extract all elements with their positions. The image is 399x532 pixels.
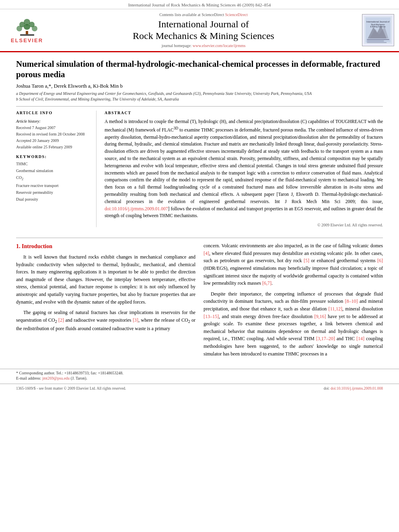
svg-text:& Mining Sciences: & Mining Sciences bbox=[370, 26, 386, 28]
body-col1-p2: The gaping or sealing of natural fractur… bbox=[16, 309, 195, 332]
ref-3[interactable]: [3] bbox=[133, 317, 138, 323]
elsevier-logo-area: ELSEVIER bbox=[5, 16, 49, 43]
article-title-section: Numerical simulation of thermal-hydrolog… bbox=[16, 59, 383, 103]
keyword-fracture: Fracture reactive transport bbox=[16, 182, 90, 189]
body-two-column: 1. Introduction It is well known that fr… bbox=[16, 242, 383, 361]
abstract-text: A method is introduced to couple the the… bbox=[105, 118, 383, 220]
footer-doi-link[interactable]: doi:10.1016/j.ijrmms.2009.01.008 bbox=[331, 386, 383, 390]
article-authors: Joshua Taron a,*, Derek Elsworth a, Ki-B… bbox=[16, 83, 383, 89]
keyword-co2: CO2 bbox=[16, 174, 90, 182]
journal-header: ELSEVIER Contents lists available at Sci… bbox=[0, 9, 399, 52]
svg-rect-14 bbox=[367, 41, 384, 41]
email-link[interactable]: jmt269@psu.edu bbox=[42, 376, 70, 380]
ref-1112[interactable]: [11,12] bbox=[328, 306, 342, 312]
article-title: Numerical simulation of thermal-hydrolog… bbox=[16, 59, 383, 80]
footer-doi: doi: doi:10.1016/j.ijrmms.2009.01.008 bbox=[324, 386, 383, 390]
keyword-dual-porosity: Dual porosity bbox=[16, 196, 90, 203]
svg-point-6 bbox=[32, 26, 37, 31]
journal-url[interactable]: www.elsevier.com/locate/ijrmms bbox=[193, 43, 246, 48]
divider-1 bbox=[16, 106, 383, 107]
available-date: Available online 25 February 2009 bbox=[16, 144, 90, 150]
elsevier-tree-icon bbox=[8, 16, 46, 37]
svg-rect-15 bbox=[367, 42, 387, 43]
journal-title-area: Contents lists available at ScienceDirec… bbox=[49, 12, 358, 48]
ref-14[interactable]: [14] bbox=[356, 336, 364, 341]
sciencedirect-link[interactable]: ScienceDirect bbox=[225, 12, 248, 17]
top-bar: International Journal of Rock Mechanics … bbox=[0, 0, 399, 9]
ref-4[interactable]: [4] bbox=[204, 251, 209, 256]
article-info-abstract-area: ARTICLE INFO Article history: Received 7… bbox=[16, 111, 383, 227]
elsevier-text: ELSEVIER bbox=[11, 37, 43, 43]
ref-2[interactable]: [2] bbox=[58, 317, 64, 323]
ref-67[interactable]: [6,7] bbox=[262, 280, 271, 286]
footer-issn: 1365-1609/$ - see front matter © 2009 El… bbox=[16, 386, 126, 390]
svg-point-5 bbox=[24, 24, 30, 30]
body-col-left: 1. Introduction It is well known that fr… bbox=[16, 242, 195, 361]
footnote-star: * Corresponding author. Tel.: +181486397… bbox=[16, 371, 383, 375]
ref-810[interactable]: [8–10] bbox=[345, 298, 358, 304]
article-info-heading: ARTICLE INFO bbox=[16, 111, 90, 115]
article-history: Article history: Received 7 August 2007 … bbox=[16, 118, 90, 150]
body-content: 1. Introduction It is well known that fr… bbox=[0, 238, 399, 369]
journal-citation: International Journal of Rock Mechanics … bbox=[128, 2, 271, 7]
ref-916[interactable]: [9,16] bbox=[315, 314, 326, 319]
body-col2-p1: concern. Volcanic environments are also … bbox=[204, 242, 383, 287]
svg-text:Rock Mechanics: Rock Mechanics bbox=[371, 24, 385, 26]
svg-point-4 bbox=[16, 26, 22, 31]
divider-2 bbox=[16, 238, 383, 238]
journal-logo-right-area: International Journal of Rock Mechanics … bbox=[358, 14, 394, 46]
received-revised-date: Received in revised form 28 October 2008 bbox=[16, 131, 90, 138]
ref-1315[interactable]: [13–15] bbox=[204, 314, 219, 319]
abstract-heading: ABSTRACT bbox=[105, 111, 383, 115]
svg-rect-13 bbox=[367, 39, 389, 40]
history-label: Article history: bbox=[16, 118, 90, 125]
body-col1-p1: It is well known that fractured rocks ex… bbox=[16, 253, 195, 306]
received-date: Received 7 August 2007 bbox=[16, 125, 90, 131]
journal-cover-icon: International Journal of Rock Mechanics … bbox=[364, 15, 392, 45]
doi-link[interactable]: doi:10.1016/j.ijrmms.2009.01.007 bbox=[105, 206, 168, 211]
footnote-area: * Corresponding author. Tel.: +181486397… bbox=[0, 369, 399, 384]
abstract-column: ABSTRACT A method is introduced to coupl… bbox=[105, 111, 383, 227]
keywords-section: Keywords: THMC Geothermal simulation CO2… bbox=[16, 154, 90, 203]
article-affiliations: a Department of Energy and Mineral Engin… bbox=[16, 91, 383, 102]
sciencedirect-line: Contents lists available at ScienceDirec… bbox=[49, 12, 358, 17]
keyword-thmc: THMC bbox=[16, 160, 90, 167]
main-content-area: Numerical simulation of thermal-hydrolog… bbox=[0, 52, 399, 234]
body-col-right: concern. Volcanic environments are also … bbox=[204, 242, 383, 361]
accepted-date: Accepted 20 January 2009 bbox=[16, 138, 90, 144]
section1-heading: 1. Introduction bbox=[16, 242, 195, 251]
keywords-heading: Keywords: bbox=[16, 154, 90, 159]
journal-homepage: journal homepage: www.elsevier.com/locat… bbox=[49, 43, 358, 48]
keyword-reservoir: Reservoir permeability bbox=[16, 189, 90, 196]
article-info-column: ARTICLE INFO Article history: Received 7… bbox=[16, 111, 97, 227]
svg-rect-8 bbox=[20, 34, 34, 36]
svg-text:International Journal of: International Journal of bbox=[366, 21, 389, 23]
keyword-geothermal: Geothermal simulation bbox=[16, 167, 90, 174]
journal-title: International Journal of Rock Mechanics … bbox=[49, 18, 358, 42]
ref-6[interactable]: [6] bbox=[377, 258, 383, 263]
body-col2-p2: Despite their importance, the competing … bbox=[204, 290, 383, 357]
copyright-line: © 2009 Elsevier Ltd. All rights reserved… bbox=[105, 223, 383, 227]
ref-5[interactable]: [5] bbox=[304, 258, 309, 263]
ref-317-20[interactable]: [3,17–20] bbox=[316, 336, 335, 341]
footnote-email: E-mail address: jmt269@psu.edu (J. Taron… bbox=[16, 376, 383, 380]
footer-bar: 1365-1609/$ - see front matter © 2009 El… bbox=[0, 384, 399, 393]
journal-logo-icon: International Journal of Rock Mechanics … bbox=[362, 14, 394, 46]
